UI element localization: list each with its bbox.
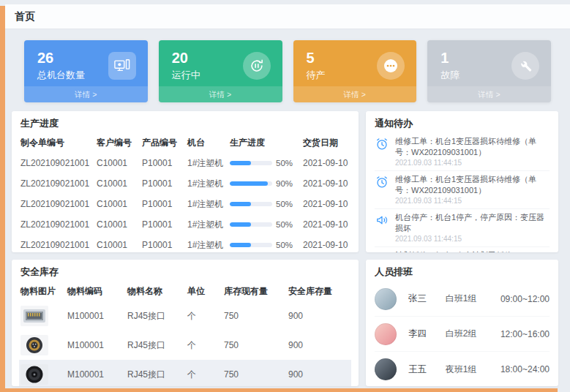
stat-card-total-machines[interactable]: 26 总机台数量 详情 > — [24, 40, 148, 102]
column-header: 客户编号 — [95, 133, 140, 153]
window-edge-left — [0, 6, 5, 388]
unit-cell: 个 — [186, 331, 222, 360]
progress-fill — [230, 243, 251, 247]
notification-time: 2021.09.03 11:44:15 — [395, 159, 550, 167]
speaker-icon — [375, 251, 389, 252]
material-name-cell: RJ45接口 — [126, 301, 186, 331]
notification-item[interactable]: 计划暂停：机台1生产计划已暂停 2021.09.03 11:44:15 — [375, 247, 550, 252]
detail-link[interactable]: 详情 > — [427, 86, 551, 102]
material-code-cell: M100001 — [66, 331, 126, 360]
shift-label: 白班1组 — [446, 293, 500, 305]
customer-no-cell: C10001 — [95, 235, 140, 252]
product-no-cell: P10001 — [140, 194, 186, 214]
notification-item[interactable]: 机台停产：机台1停产，停产原因：变压器损坏 2021.09.03 11:44:1… — [375, 209, 550, 247]
product-no-cell: P10001 — [140, 153, 186, 173]
order-no-cell: ZL202109021001 — [19, 153, 95, 173]
stat-card-running[interactable]: 20 运行中 详情 > — [159, 40, 282, 102]
notification-list: 维修工单：机台1变压器损坏待维修（单号：WX202109031001） 2021… — [366, 133, 558, 252]
stat-label: 总机台数量 — [37, 69, 85, 82]
stat-value: 26 — [37, 50, 85, 67]
delivery-date-cell: 2021-09-10 — [301, 235, 351, 252]
product-no-cell: P10001 — [140, 214, 186, 235]
column-header: 生产进度 — [228, 133, 301, 153]
column-header: 单位 — [186, 282, 222, 301]
detail-link[interactable]: 详情 > — [293, 86, 417, 102]
order-no-cell: ZL202109021001 — [19, 173, 95, 194]
column-header: 安全库存量 — [287, 282, 351, 301]
customer-no-cell: C10001 — [95, 173, 140, 194]
progress-bar — [230, 243, 272, 247]
speaker-part-image — [20, 364, 48, 385]
progress-bar — [230, 202, 272, 206]
panels-top-row: 生产进度 制令单编号 客户编号 产品编号 机台 生产进度 交货日期 — [12, 111, 558, 252]
detail-link[interactable]: 详情 > — [24, 86, 148, 102]
running-icon — [243, 52, 271, 80]
safety-stock-panel: 安全库存 物料图片 物料编码 物料名称 单位 库存现有量 安全库存量 — [12, 260, 359, 386]
notifications-panel: 通知待办 维修工单：机台1变压器损坏待维修（单号：WX202109031001）… — [366, 111, 558, 252]
column-header: 交货日期 — [301, 133, 351, 153]
stat-value: 20 — [172, 50, 200, 67]
progress-bar — [230, 181, 272, 186]
safety-stock-table: 物料图片 物料编码 物料名称 单位 库存现有量 安全库存量 — [19, 282, 351, 386]
machine-cell: 1#注塑机 — [186, 173, 228, 194]
table-row: ZL202109021001 C10001 P10001 1#注塑机 50% 2… — [19, 235, 351, 252]
safety-qty-cell: 900 — [287, 360, 351, 386]
material-name-cell: RJ45接口 — [126, 331, 186, 360]
page-title: 首页 — [15, 10, 35, 23]
dashboard-content: 26 总机台数量 详情 > — [5, 29, 570, 388]
notification-item[interactable]: 维修工单：机台1变压器损坏待维修（单号：WX202109031001） 2021… — [375, 133, 550, 171]
progress-bar — [230, 222, 272, 227]
progress-cell: 50% — [228, 153, 301, 173]
avatar — [375, 358, 397, 380]
safety-qty-cell: 900 — [287, 331, 351, 360]
notification-text: 维修工单：机台1变压器损坏待维修（单号：WX202109031001） — [395, 136, 550, 157]
progress-fill — [230, 181, 268, 186]
detail-link[interactable]: 详情 > — [159, 86, 282, 102]
material-code-cell: M100001 — [66, 301, 126, 331]
product-no-cell: P10001 — [140, 235, 186, 252]
stat-card-body: 5 待产 — [293, 40, 417, 86]
material-image-cell — [19, 331, 66, 360]
customer-no-cell: C10001 — [95, 214, 140, 235]
shift-label: 夜班1组 — [446, 363, 500, 376]
column-header: 产品编号 — [140, 133, 186, 153]
customer-no-cell: C10001 — [95, 194, 140, 214]
panel-title: 通知待办 — [366, 111, 558, 133]
progress-cell: 90% — [228, 173, 301, 194]
material-code-cell: M100001 — [66, 360, 126, 386]
table-row: ZL202109021001 C10001 P10001 1#注塑机 50% 2… — [19, 214, 351, 235]
staff-name: 张三 — [408, 293, 446, 305]
alarm-clock-icon — [375, 175, 389, 189]
column-header: 制令单编号 — [19, 133, 95, 153]
panel-title: 安全库存 — [12, 260, 359, 282]
schedule-row: 张三 白班1组 09:00~12:00 — [375, 282, 550, 317]
progress-label: 50% — [276, 159, 293, 167]
column-header: 物料图片 — [19, 282, 66, 301]
stat-card-body: 26 总机台数量 — [24, 40, 148, 86]
notification-item[interactable]: 维修工单：机台1变压器损坏待维修（单号：WX202109031001） 2021… — [375, 171, 550, 209]
stat-card-fault[interactable]: 1 故障 详情 > — [427, 40, 551, 102]
on-hand-cell: 750 — [222, 301, 287, 331]
machine-icon — [108, 52, 136, 80]
schedule-row: 李四 白班2组 12:00~16:00 — [375, 317, 550, 352]
on-hand-cell: 750 — [222, 360, 287, 386]
fault-icon — [511, 52, 539, 80]
top-header: 首页 — [5, 4, 570, 29]
shift-label: 白班2组 — [446, 328, 500, 340]
progress-bar — [230, 161, 272, 165]
stat-card-body: 20 运行中 — [159, 40, 282, 86]
schedule-list: 张三 白班1组 09:00~12:00 李四 白班2组 12:00~16:00 … — [366, 282, 558, 386]
delivery-date-cell: 2021-09-10 — [301, 194, 351, 214]
alarm-clock-icon — [375, 137, 389, 151]
delivery-date-cell: 2021-09-10 — [301, 214, 351, 235]
progress-fill — [230, 222, 251, 227]
column-header: 机台 — [186, 133, 228, 153]
stat-card-standby[interactable]: 5 待产 详情 > — [293, 40, 417, 102]
notification-time: 2021.09.03 11:44:15 — [395, 197, 550, 205]
table-header-row: 制令单编号 客户编号 产品编号 机台 生产进度 交货日期 — [19, 133, 351, 153]
material-image-cell — [19, 360, 66, 386]
order-no-cell: ZL202109021001 — [19, 214, 95, 235]
customer-no-cell: C10001 — [95, 153, 140, 173]
production-progress-panel: 生产进度 制令单编号 客户编号 产品编号 机台 生产进度 交货日期 — [12, 111, 359, 252]
production-table: 制令单编号 客户编号 产品编号 机台 生产进度 交货日期 ZL202109021… — [19, 133, 351, 252]
